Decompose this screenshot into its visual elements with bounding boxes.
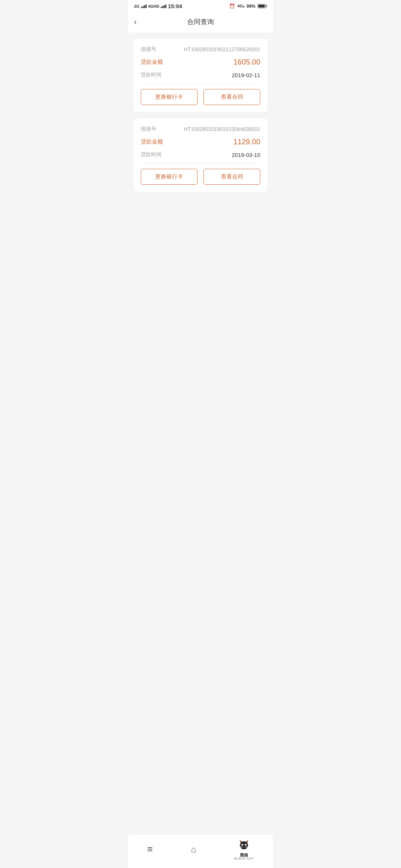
change-bank-button-1[interactable]: 更换银行卡 xyxy=(141,89,198,105)
signal-icon-4g xyxy=(161,4,166,8)
contract-card-1: 借据号 HT100280201902112706626001 贷款金额 1605… xyxy=(133,39,268,112)
back-button[interactable]: ‹ xyxy=(134,16,140,27)
amount-value-1: 1605.00 xyxy=(234,58,260,66)
date-value-1: 2019-02-11 xyxy=(232,72,260,78)
status-left: 2G 4GHD 15:04 xyxy=(134,3,182,9)
contracts-list: 借据号 HT100280201902112706626001 贷款金额 1605… xyxy=(128,33,273,198)
page-title: 合同查询 xyxy=(187,17,214,26)
4g-label: 4G₂ xyxy=(237,4,244,9)
signal-4ghd: 4GHD xyxy=(148,4,160,9)
card-buttons-1: 更换银行卡 查看合同 xyxy=(141,89,260,105)
loan-id-row-1: 借据号 HT100280201902112706626001 xyxy=(141,46,260,53)
loan-id-row-2: 借据号 HT100280201903103044638001 xyxy=(141,126,260,132)
date-label-2: 贷款时间 xyxy=(141,151,162,158)
amount-row-1: 贷款金额 1605.00 xyxy=(141,58,260,66)
date-row-2: 贷款时间 2019-03-10 xyxy=(141,151,260,158)
signal-2g: 2G xyxy=(134,4,140,9)
battery-percent: 99% xyxy=(247,4,255,9)
loan-id-label-1: 借据号 xyxy=(141,46,156,53)
card-buttons-2: 更换银行卡 查看合同 xyxy=(141,169,260,185)
battery-icon xyxy=(258,4,267,8)
card-divider-2 xyxy=(141,163,260,164)
contract-card-2: 借据号 HT100280201903103044638001 贷款金额 1129… xyxy=(133,118,268,192)
amount-value-2: 1129.00 xyxy=(234,138,260,146)
loan-id-value-2: HT100280201903103044638001 xyxy=(184,126,260,132)
status-bar: 2G 4GHD 15:04 ⏰ 4G₂ 99% xyxy=(128,0,273,11)
date-label-1: 贷款时间 xyxy=(141,72,162,78)
loan-id-label-2: 借据号 xyxy=(141,126,156,132)
alarm-icon: ⏰ xyxy=(229,3,235,9)
amount-row-2: 贷款金额 1129.00 xyxy=(141,138,260,146)
card-divider-1 xyxy=(141,83,260,84)
signal-icon-2g xyxy=(141,4,147,8)
loan-id-value-1: HT100280201902112706626001 xyxy=(184,46,260,52)
amount-label-2: 贷款金额 xyxy=(141,138,163,145)
date-row-1: 贷款时间 2019-02-11 xyxy=(141,72,260,78)
status-right: ⏰ 4G₂ 99% xyxy=(229,3,267,9)
amount-label-1: 贷款金额 xyxy=(141,59,163,66)
date-value-2: 2019-03-10 xyxy=(232,152,260,158)
header: ‹ 合同查询 xyxy=(128,11,273,33)
view-contract-button-2[interactable]: 查看合同 xyxy=(203,169,260,185)
view-contract-button-1[interactable]: 查看合同 xyxy=(203,89,260,105)
change-bank-button-2[interactable]: 更换银行卡 xyxy=(141,169,198,185)
status-time: 15:04 xyxy=(168,3,182,9)
